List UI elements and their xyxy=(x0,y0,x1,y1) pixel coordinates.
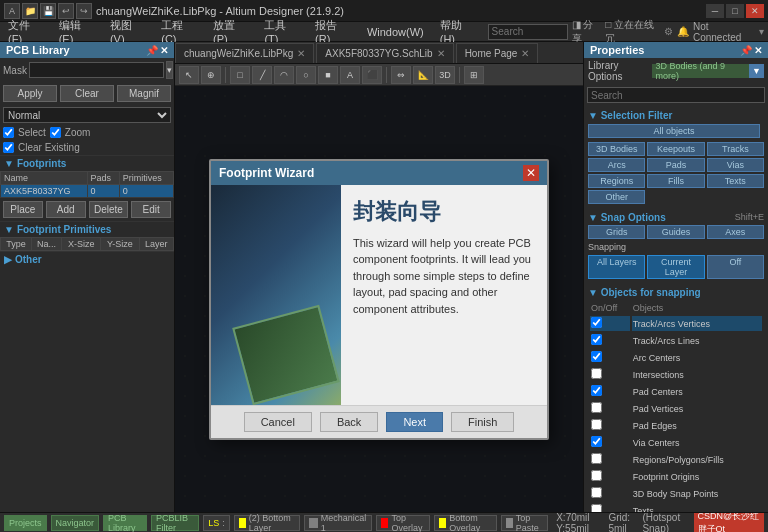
edit-button[interactable]: Edit xyxy=(131,201,171,218)
snap-row-checkbox-6[interactable] xyxy=(591,419,602,430)
tab-homepage[interactable]: Home Page ✕ xyxy=(456,43,539,63)
text-tool[interactable]: A xyxy=(340,66,360,84)
global-search-input[interactable] xyxy=(488,24,568,40)
select-tool[interactable]: □ xyxy=(230,66,250,84)
menu-place[interactable]: 放置(P) xyxy=(209,22,252,41)
dialog-close-button[interactable]: ✕ xyxy=(523,165,539,181)
menu-window[interactable]: Window(W) xyxy=(363,22,428,41)
menu-edit[interactable]: 编辑(E) xyxy=(55,22,98,41)
sel-regions[interactable]: Regions xyxy=(588,174,645,188)
minimize-button[interactable]: ─ xyxy=(706,4,724,18)
menu-help[interactable]: 帮助(H) xyxy=(436,22,480,41)
tab-libpkg[interactable]: chuangWeiZhiKe.LibPkg ✕ xyxy=(175,43,314,63)
snap-off[interactable]: Off xyxy=(707,255,764,279)
menu-file[interactable]: 文件(F) xyxy=(4,22,47,41)
folder-icon[interactable]: 📁 xyxy=(22,3,38,19)
menu-tools[interactable]: 工具(T) xyxy=(260,22,303,41)
properties-search-input[interactable] xyxy=(587,87,765,103)
redo-icon[interactable]: ↪ xyxy=(76,3,92,19)
obj-snap-title[interactable]: ▼ Objects for snapping xyxy=(588,287,764,298)
status-tab-navigator[interactable]: Navigator xyxy=(51,515,100,531)
sel-vias[interactable]: Vias xyxy=(707,158,764,172)
snap-row-checkbox-10[interactable] xyxy=(591,487,602,498)
fill-tool[interactable]: ■ xyxy=(318,66,338,84)
snap-row-checkbox-5[interactable] xyxy=(591,402,602,413)
save-icon[interactable]: 💾 xyxy=(40,3,56,19)
snap-grids[interactable]: Grids xyxy=(588,225,645,239)
snap-row-checkbox-3[interactable] xyxy=(591,368,602,379)
snap-row-checkbox-1[interactable] xyxy=(591,334,602,345)
tab-schlib[interactable]: AXK5F80337YG.SchLib ✕ xyxy=(316,43,453,63)
snap-current-layer[interactable]: Current Layer xyxy=(647,255,704,279)
finish-button[interactable]: Finish xyxy=(451,412,514,432)
sel-keepouts[interactable]: Keepouts xyxy=(647,142,704,156)
snap-axes[interactable]: Axes xyxy=(707,225,764,239)
next-button[interactable]: Next xyxy=(386,412,443,432)
tab-schlib-close[interactable]: ✕ xyxy=(437,48,445,59)
extra-tool1[interactable]: ⊞ xyxy=(464,66,484,84)
place-button[interactable]: Place xyxy=(3,201,43,218)
add-button[interactable]: Add xyxy=(46,201,86,218)
undo-icon[interactable]: ↩ xyxy=(58,3,74,19)
status-tab-projects[interactable]: Projects xyxy=(4,515,47,531)
chevron-down-icon[interactable]: ▾ xyxy=(759,26,764,37)
other-section-header[interactable]: ▶ Other xyxy=(0,251,174,267)
sel-texts[interactable]: Texts xyxy=(707,174,764,188)
menu-view[interactable]: 视图(V) xyxy=(106,22,149,41)
status-tab-pcblib[interactable]: PCB Library xyxy=(103,515,147,531)
clear-button[interactable]: Clear xyxy=(60,85,114,102)
sel-tracks[interactable]: Tracks xyxy=(707,142,764,156)
gear-icon[interactable]: ⚙ xyxy=(664,26,673,37)
sel-fills[interactable]: Fills xyxy=(647,174,704,188)
menu-project[interactable]: 工程(C) xyxy=(157,22,201,41)
right-panel-pin-icon[interactable]: 📌 xyxy=(740,45,752,56)
bot-overlay-segment[interactable]: Bottom Overlay xyxy=(434,515,497,531)
arc-tool[interactable]: ◠ xyxy=(274,66,294,84)
right-panel-close-icon[interactable]: ✕ xyxy=(754,45,762,56)
snap-row-checkbox-2[interactable] xyxy=(591,351,602,362)
clear-existing-checkbox[interactable] xyxy=(3,142,14,153)
tab-libpkg-close[interactable]: ✕ xyxy=(297,48,305,59)
mech1-segment[interactable]: Mechanical 1 xyxy=(304,515,373,531)
tab-homepage-close[interactable]: ✕ xyxy=(521,48,529,59)
table-row[interactable]: AXK5F80337YG 0 0 xyxy=(1,185,174,198)
sel-arcs[interactable]: Arcs xyxy=(588,158,645,172)
panel-close-icon[interactable]: ✕ xyxy=(160,45,168,56)
sel-other[interactable]: Other xyxy=(588,190,645,204)
cancel-button[interactable]: Cancel xyxy=(244,412,312,432)
rule-tool[interactable]: 📐 xyxy=(413,66,433,84)
canvas-area[interactable]: Footprint Wizard ✕ 封装向导 This wizard will… xyxy=(175,86,583,512)
filter-icon[interactable]: ▼ xyxy=(749,64,764,78)
select-checkbox[interactable] xyxy=(3,127,14,138)
selection-filter-title[interactable]: ▼ Selection Filter xyxy=(588,110,764,121)
magnif-button[interactable]: Magnif xyxy=(117,85,171,102)
3d-tool[interactable]: 3D xyxy=(435,66,455,84)
snap-all-layers[interactable]: All Layers xyxy=(588,255,645,279)
line-tool[interactable]: ╱ xyxy=(252,66,272,84)
back-button[interactable]: Back xyxy=(320,412,378,432)
snap-row-checkbox-4[interactable] xyxy=(591,385,602,396)
sel-pads[interactable]: Pads xyxy=(647,158,704,172)
all-objects-button[interactable]: All objects xyxy=(588,124,760,138)
footprints-section-header[interactable]: ▼ Footprints xyxy=(0,155,174,171)
snap-row-checkbox-0[interactable] xyxy=(591,317,602,328)
snap-guides[interactable]: Guides xyxy=(647,225,704,239)
primitives-section-header[interactable]: ▼ Footprint Primitives xyxy=(0,221,174,237)
top-overlay-segment[interactable]: Top Overlay xyxy=(376,515,430,531)
bottom-layer-segment[interactable]: (2) Bottom Layer xyxy=(234,515,300,531)
snap-row-checkbox-7[interactable] xyxy=(591,436,602,447)
menu-reports[interactable]: 报告(R) xyxy=(311,22,355,41)
zoom-checkbox[interactable] xyxy=(50,127,61,138)
measure-tool[interactable]: ⇔ xyxy=(391,66,411,84)
top-paste-segment[interactable]: Top Paste xyxy=(501,515,548,531)
snap-options-title[interactable]: ▼ Snap Options Shift+E xyxy=(588,212,764,223)
pointer-tool[interactable]: ↖ xyxy=(179,66,199,84)
mask-dropdown[interactable]: ▾ xyxy=(166,61,173,79)
sel-3dbodies[interactable]: 3D Bodies xyxy=(588,142,645,156)
bell-icon[interactable]: 🔔 xyxy=(677,26,689,37)
circle-tool[interactable]: ○ xyxy=(296,66,316,84)
status-tab-filter[interactable]: PCBLIB Filter xyxy=(151,515,199,531)
panel-pin-icon[interactable]: 📌 xyxy=(146,45,158,56)
maximize-button[interactable]: □ xyxy=(726,4,744,18)
close-button[interactable]: ✕ xyxy=(746,4,764,18)
